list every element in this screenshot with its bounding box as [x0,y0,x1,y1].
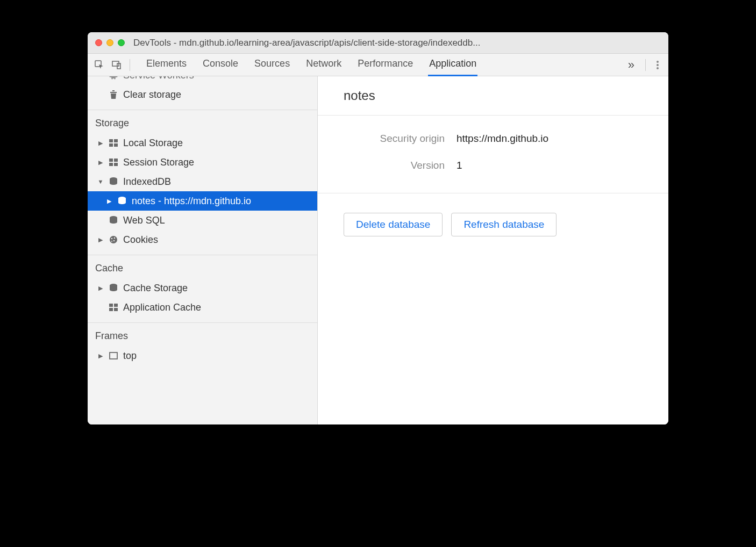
sidebar-item-label: Session Storage [123,157,194,168]
sidebar-item-frame-top[interactable]: ▶ top [88,346,317,365]
info-row-security-origin: Security origin https://mdn.github.io [344,133,643,145]
devtools-window: DevTools - mdn.github.io/learning-area/j… [88,32,668,424]
database-info: Security origin https://mdn.github.io Ve… [318,116,668,193]
settings-menu-icon[interactable] [651,61,664,69]
cookie-icon [108,235,119,244]
chevron-right-icon: ▶ [106,198,112,205]
sidebar-group-cache: Cache [88,255,317,278]
devtools-toolbar: Elements Console Sources Network Perform… [88,54,668,76]
svg-rect-23 [109,304,113,307]
sidebar-group-frames: Frames [88,323,317,346]
chevron-right-icon: ▶ [97,285,104,292]
svg-rect-8 [109,143,113,147]
sidebar-item-local-storage[interactable]: ▶ Local Storage [88,133,317,153]
version-value: 1 [457,160,462,171]
device-toolbar-icon[interactable] [109,57,124,73]
delete-database-button[interactable]: Delete database [344,213,443,236]
database-icon [117,197,127,205]
gear-icon [108,76,119,80]
tabs-overflow-icon[interactable]: » [623,58,640,72]
svg-rect-27 [110,352,117,359]
sidebar-item-indexeddb-notes[interactable]: ▶ notes - https://mdn.github.io [88,191,317,211]
database-icon [108,216,119,225]
tab-application[interactable]: Application [428,54,477,76]
sidebar-item-label: Cache Storage [123,283,188,294]
database-icon [108,177,119,186]
sidebar-item-application-cache[interactable]: Application Cache [88,298,317,317]
grid-icon [108,139,119,147]
chevron-right-icon: ▶ [97,159,104,166]
svg-rect-9 [114,143,118,147]
grid-icon [108,159,119,166]
sidebar-item-session-storage[interactable]: ▶ Session Storage [88,153,317,172]
chevron-down-icon: ▼ [97,178,104,185]
sidebar-item-label: Web SQL [123,215,165,226]
sidebar-item-label: Service Workers [123,76,194,81]
sidebar-item-label: IndexedDB [123,176,171,188]
toolbar-separator [645,59,646,71]
panel-tabs: Elements Console Sources Network Perform… [145,54,621,76]
sidebar-item-label: Local Storage [123,138,183,149]
info-row-version: Version 1 [344,160,643,171]
svg-point-3 [657,61,659,63]
svg-point-4 [657,64,659,66]
sidebar-item-service-workers[interactable]: Service Workers [88,76,317,85]
tab-sources[interactable]: Sources [253,54,291,76]
window-titlebar: DevTools - mdn.github.io/learning-area/j… [88,32,668,54]
svg-rect-24 [114,304,118,307]
svg-point-18 [111,238,112,239]
sidebar-item-websql[interactable]: Web SQL [88,211,317,230]
sidebar-item-clear-storage[interactable]: Clear storage [88,85,317,104]
toolbar-separator [130,59,130,71]
traffic-lights [95,39,125,46]
tab-network[interactable]: Network [305,54,343,76]
sidebar-item-cache-storage[interactable]: ▶ Cache Storage [88,278,317,298]
svg-point-19 [114,237,115,239]
minimize-window-button[interactable] [106,39,113,46]
close-window-button[interactable] [95,39,102,46]
chevron-right-icon: ▶ [97,140,104,147]
chevron-right-icon: ▶ [97,352,104,359]
sidebar-item-cookies[interactable]: ▶ Cookies [88,230,317,249]
svg-point-17 [110,236,117,243]
svg-rect-7 [114,139,118,142]
sidebar-item-label: Application Cache [123,302,201,313]
application-sidebar: Service Workers Clear storage Storage ▶ … [88,76,318,424]
svg-rect-11 [114,159,118,162]
security-origin-value: https://mdn.github.io [457,133,548,145]
window-title: DevTools - mdn.github.io/learning-area/j… [133,38,661,48]
database-actions: Delete database Refresh database [318,193,668,256]
maximize-window-button[interactable] [118,39,125,46]
sidebar-item-label: notes - https://mdn.github.io [132,196,251,207]
security-origin-label: Security origin [344,133,457,145]
database-icon [108,284,119,292]
svg-point-5 [657,67,659,69]
tab-performance[interactable]: Performance [356,54,414,76]
panel-body: Service Workers Clear storage Storage ▶ … [88,76,668,424]
version-label: Version [344,160,457,171]
inspect-element-icon[interactable] [92,57,107,73]
svg-rect-26 [114,308,118,311]
svg-point-20 [113,240,115,241]
sidebar-group-storage: Storage [88,110,317,133]
sidebar-item-label: Cookies [123,234,158,246]
svg-rect-25 [109,308,113,311]
grid-icon [108,304,119,311]
svg-rect-10 [109,159,113,162]
chevron-right-icon: ▶ [97,236,104,243]
sidebar-item-indexeddb[interactable]: ▼ IndexedDB [88,172,317,191]
main-content: notes Security origin https://mdn.github… [318,76,668,424]
sidebar-item-label: top [123,350,137,362]
sidebar-item-label: Clear storage [123,89,181,100]
database-title: notes [318,76,668,116]
tab-console[interactable]: Console [202,54,239,76]
frame-icon [108,352,119,359]
trash-icon [108,90,119,99]
svg-rect-13 [114,163,118,166]
svg-point-21 [111,241,112,242]
svg-rect-12 [109,163,113,166]
tab-elements[interactable]: Elements [145,54,188,76]
svg-rect-6 [109,139,113,142]
refresh-database-button[interactable]: Refresh database [451,213,557,236]
